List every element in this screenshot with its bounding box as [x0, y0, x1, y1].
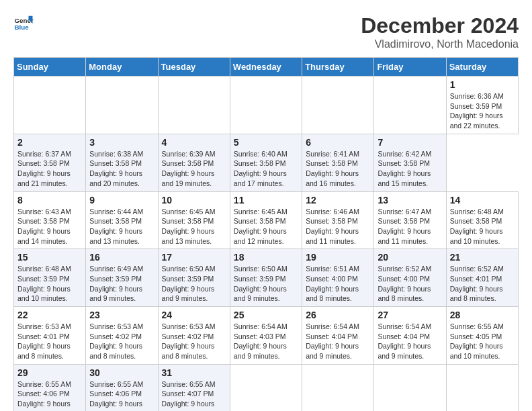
day-info: Sunrise: 6:46 AM Sunset: 3:58 PM Dayligh… [306, 207, 370, 246]
calendar-cell [302, 364, 374, 411]
day-info: Sunrise: 6:54 AM Sunset: 4:04 PM Dayligh… [306, 322, 370, 361]
day-number: 22 [17, 310, 82, 320]
day-number: 9 [89, 195, 154, 205]
calendar-cell [446, 364, 518, 411]
day-info: Sunrise: 6:37 AM Sunset: 3:58 PM Dayligh… [17, 149, 82, 189]
calendar-cell: 15 Sunrise: 6:48 AM Sunset: 3:59 PM Dayl… [14, 249, 86, 307]
day-number: 30 [89, 367, 154, 378]
month-title: December 2024 [361, 13, 519, 38]
day-info: Sunrise: 6:53 AM Sunset: 4:02 PM Dayligh… [162, 322, 226, 361]
day-number: 10 [162, 195, 226, 205]
day-info: Sunrise: 6:44 AM Sunset: 3:58 PM Dayligh… [89, 207, 154, 246]
header-friday: Friday [374, 58, 446, 77]
header-sunday: Sunday [14, 58, 86, 77]
calendar-cell: 31 Sunrise: 6:55 AM Sunset: 4:07 PM Dayl… [158, 364, 230, 411]
calendar-cell: 18 Sunrise: 6:50 AM Sunset: 3:59 PM Dayl… [230, 249, 302, 307]
svg-text:Blue: Blue [15, 24, 30, 31]
day-info: Sunrise: 6:55 AM Sunset: 4:05 PM Dayligh… [450, 322, 515, 361]
calendar-cell: 2 Sunrise: 6:37 AM Sunset: 3:58 PM Dayli… [14, 134, 86, 191]
calendar-cell: 19 Sunrise: 6:51 AM Sunset: 4:00 PM Dayl… [302, 249, 374, 307]
calendar-cell: 6 Sunrise: 6:41 AM Sunset: 3:58 PM Dayli… [302, 134, 374, 191]
week-row-2: 2 Sunrise: 6:37 AM Sunset: 3:58 PM Dayli… [14, 134, 519, 191]
calendar-cell: 13 Sunrise: 6:47 AM Sunset: 3:58 PM Dayl… [374, 191, 446, 249]
calendar-cell: 10 Sunrise: 6:45 AM Sunset: 3:58 PM Dayl… [158, 191, 230, 249]
day-info: Sunrise: 6:43 AM Sunset: 3:58 PM Dayligh… [17, 207, 82, 246]
day-number: 12 [306, 195, 370, 205]
day-info: Sunrise: 6:40 AM Sunset: 3:58 PM Dayligh… [234, 149, 298, 189]
day-info: Sunrise: 6:51 AM Sunset: 4:00 PM Dayligh… [306, 264, 370, 304]
day-number: 6 [306, 137, 370, 148]
calendar-cell: 29 Sunrise: 6:55 AM Sunset: 4:06 PM Dayl… [14, 364, 86, 411]
day-number: 20 [378, 252, 442, 263]
day-number: 13 [378, 195, 442, 205]
day-number: 8 [17, 195, 82, 205]
day-number: 1 [450, 79, 515, 90]
logo: General Blue [13, 13, 34, 34]
day-number: 4 [162, 137, 226, 148]
day-number: 27 [378, 310, 442, 320]
day-info: Sunrise: 6:41 AM Sunset: 3:58 PM Dayligh… [306, 149, 370, 189]
calendar-cell: 22 Sunrise: 6:53 AM Sunset: 4:01 PM Dayl… [14, 307, 86, 365]
day-number: 26 [306, 310, 370, 320]
header-tuesday: Tuesday [158, 58, 230, 77]
day-number: 28 [450, 310, 515, 320]
day-number: 17 [162, 252, 226, 263]
week-row-3: 8 Sunrise: 6:43 AM Sunset: 3:58 PM Dayli… [14, 191, 519, 249]
day-number: 16 [89, 252, 154, 263]
calendar-cell [86, 77, 158, 134]
day-info: Sunrise: 6:42 AM Sunset: 3:58 PM Dayligh… [378, 149, 442, 189]
calendar-cell: 8 Sunrise: 6:43 AM Sunset: 3:58 PM Dayli… [14, 191, 86, 249]
day-info: Sunrise: 6:47 AM Sunset: 3:58 PM Dayligh… [378, 207, 442, 246]
calendar-cell [230, 77, 302, 134]
calendar-cell: 3 Sunrise: 6:38 AM Sunset: 3:58 PM Dayli… [86, 134, 158, 191]
day-number: 19 [306, 252, 370, 263]
calendar-cell: 1 Sunrise: 6:36 AM Sunset: 3:59 PM Dayli… [446, 77, 518, 134]
day-info: Sunrise: 6:52 AM Sunset: 4:01 PM Dayligh… [450, 264, 515, 304]
day-number: 21 [450, 252, 515, 263]
calendar-cell: 26 Sunrise: 6:54 AM Sunset: 4:04 PM Dayl… [302, 307, 374, 365]
calendar-cell: 12 Sunrise: 6:46 AM Sunset: 3:58 PM Dayl… [302, 191, 374, 249]
calendar-cell [302, 77, 374, 134]
calendar-cell: 21 Sunrise: 6:52 AM Sunset: 4:01 PM Dayl… [446, 249, 518, 307]
day-number: 31 [162, 367, 226, 378]
day-number: 24 [162, 310, 226, 320]
title-area: December 2024 Vladimirovo, North Macedon… [361, 13, 519, 50]
location-title: Vladimirovo, North Macedonia [361, 38, 519, 50]
day-number: 5 [234, 137, 298, 148]
week-row-1: 1 Sunrise: 6:36 AM Sunset: 3:59 PM Dayli… [14, 77, 519, 134]
day-number: 29 [17, 367, 82, 378]
day-info: Sunrise: 6:50 AM Sunset: 3:59 PM Dayligh… [234, 264, 298, 304]
day-info: Sunrise: 6:55 AM Sunset: 4:07 PM Dayligh… [162, 379, 226, 411]
calendar-cell: 14 Sunrise: 6:48 AM Sunset: 3:58 PM Dayl… [446, 191, 518, 249]
day-number: 7 [378, 137, 442, 148]
calendar-cell: 20 Sunrise: 6:52 AM Sunset: 4:00 PM Dayl… [374, 249, 446, 307]
day-number: 23 [89, 310, 154, 320]
calendar-cell: 9 Sunrise: 6:44 AM Sunset: 3:58 PM Dayli… [86, 191, 158, 249]
day-info: Sunrise: 6:48 AM Sunset: 3:59 PM Dayligh… [17, 264, 82, 304]
week-row-4: 15 Sunrise: 6:48 AM Sunset: 3:59 PM Dayl… [14, 249, 519, 307]
day-info: Sunrise: 6:50 AM Sunset: 3:59 PM Dayligh… [162, 264, 226, 304]
day-info: Sunrise: 6:45 AM Sunset: 3:58 PM Dayligh… [162, 207, 226, 246]
logo-icon: General Blue [13, 13, 34, 34]
header-wednesday: Wednesday [230, 58, 302, 77]
calendar-cell [230, 364, 302, 411]
header-saturday: Saturday [446, 58, 518, 77]
day-info: Sunrise: 6:53 AM Sunset: 4:02 PM Dayligh… [89, 322, 154, 361]
day-info: Sunrise: 6:55 AM Sunset: 4:06 PM Dayligh… [89, 379, 154, 411]
calendar-cell: 16 Sunrise: 6:49 AM Sunset: 3:59 PM Dayl… [86, 249, 158, 307]
header-thursday: Thursday [302, 58, 374, 77]
week-row-6: 29 Sunrise: 6:55 AM Sunset: 4:06 PM Dayl… [14, 364, 519, 411]
calendar-cell: 17 Sunrise: 6:50 AM Sunset: 3:59 PM Dayl… [158, 249, 230, 307]
day-info: Sunrise: 6:38 AM Sunset: 3:58 PM Dayligh… [89, 149, 154, 189]
day-info: Sunrise: 6:55 AM Sunset: 4:06 PM Dayligh… [17, 379, 82, 411]
day-number: 3 [89, 137, 154, 148]
day-number: 18 [234, 252, 298, 263]
day-info: Sunrise: 6:45 AM Sunset: 3:58 PM Dayligh… [234, 207, 298, 246]
day-number: 14 [450, 195, 515, 205]
day-number: 11 [234, 195, 298, 205]
day-number: 25 [234, 310, 298, 320]
day-number: 2 [17, 137, 82, 148]
calendar-cell [374, 364, 446, 411]
header-row: SundayMondayTuesdayWednesdayThursdayFrid… [14, 58, 519, 77]
day-info: Sunrise: 6:54 AM Sunset: 4:03 PM Dayligh… [234, 322, 298, 361]
